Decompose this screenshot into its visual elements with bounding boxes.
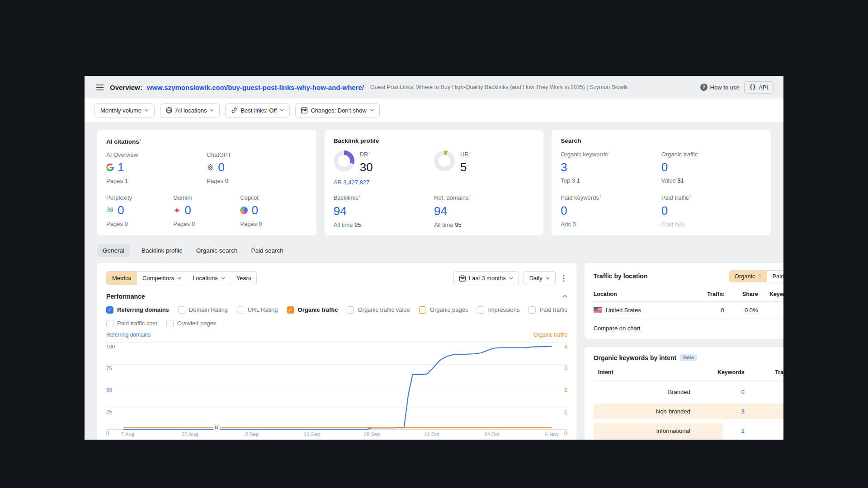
- intent-keywords-link[interactable]: 2: [741, 427, 744, 434]
- metric-checkbox-organic-pages[interactable]: Organic pages: [419, 306, 468, 314]
- target-url-link[interactable]: www.szymonslowik.com/buy-guest-post-link…: [147, 84, 364, 91]
- segment-metrics[interactable]: Metrics: [107, 272, 137, 285]
- metric-value[interactable]: 0: [661, 160, 668, 174]
- backlinks-value[interactable]: 94: [334, 204, 347, 218]
- chevron-down-icon: [546, 277, 550, 280]
- overview-tabs: GeneralBacklink profileOrganic searchPai…: [85, 235, 783, 257]
- ai-citations-card: AI citationsi AI Overview 1 Pages 1 Chat…: [97, 130, 316, 235]
- filter-changes-don-t-show[interactable]: Changes: Don't show: [295, 103, 379, 117]
- info-icon: i: [140, 137, 142, 142]
- chevron-down-icon: [177, 277, 181, 280]
- card-title: Organic keywords by intentBeta: [594, 354, 783, 361]
- metric-sub-value[interactable]: 1: [124, 178, 127, 184]
- right-axis-series-label: Organic traffic: [533, 332, 567, 340]
- metric-value[interactable]: 3: [561, 160, 567, 174]
- ref-domains-value[interactable]: 94: [434, 204, 447, 218]
- x-tick: 6 Nov: [545, 432, 559, 437]
- beta-badge: Beta: [680, 354, 697, 361]
- intent-row-branded[interactable]: Branded 0 0: [594, 384, 783, 400]
- how-to-use-button[interactable]: ? How to use: [700, 84, 740, 91]
- location-row-united-states[interactable]: United States 0 0.0% 3: [594, 302, 783, 319]
- chevron-down-icon: [210, 109, 214, 112]
- toggle-paid[interactable]: Paid0: [767, 271, 783, 282]
- metric-checkbox-referring-domains[interactable]: ✓ Referring domains: [106, 306, 169, 314]
- metric-value[interactable]: 1: [118, 160, 124, 174]
- collapse-chevron-icon[interactable]: [562, 295, 567, 298]
- ahrefs-rank-value[interactable]: 3,427,827: [343, 179, 369, 186]
- checkbox-icon: [347, 306, 354, 314]
- checkbox-icon: ✓: [106, 306, 113, 314]
- left-axis-series-label: Referring domains: [106, 332, 151, 340]
- metric-checkbox-paid-traffic-cost[interactable]: Paid traffic cost: [106, 320, 157, 327]
- x-tick: 20 Aug: [182, 432, 198, 437]
- segment-locations[interactable]: Locations: [187, 272, 231, 285]
- section-title: Performance: [106, 293, 145, 300]
- url-rating-block: URi 5: [434, 150, 534, 174]
- y-tick-right: 0: [564, 431, 567, 436]
- chevron-down-icon: [370, 109, 374, 112]
- calendar-icon: [301, 107, 307, 113]
- date-range-button[interactable]: Last 3 months: [453, 271, 519, 285]
- metric-value[interactable]: 0: [661, 204, 668, 218]
- filter-monthly-volume[interactable]: Monthly volume: [94, 103, 155, 117]
- y-tick-left: 50: [106, 387, 112, 393]
- metric-value[interactable]: 0: [561, 204, 567, 218]
- keywords-by-intent-card: Organic keywords by intentBeta Intent Ke…: [585, 347, 783, 440]
- metric-checkbox-domain-rating[interactable]: Domain Rating: [178, 306, 228, 314]
- intent-row-informational[interactable]: Informational 2 0: [594, 423, 783, 439]
- chart-series-area[interactable]: G: [123, 343, 552, 429]
- y-tick-left: 0: [106, 431, 109, 436]
- traffic-by-location-card: Traffic by location Organic1Paid0 Locati…: [585, 263, 783, 339]
- metric-checkbox-impressions[interactable]: Impressions: [477, 306, 519, 314]
- more-options-icon[interactable]: [560, 273, 567, 284]
- metric-sub-value[interactable]: 0: [192, 221, 195, 227]
- checkbox-icon: ✓: [287, 306, 294, 314]
- metric-value[interactable]: 0: [218, 160, 224, 174]
- checkbox-icon: [237, 306, 244, 314]
- metric-sub-value[interactable]: 0: [259, 221, 262, 227]
- api-button[interactable]: {} API: [744, 81, 774, 94]
- metric-sub-value[interactable]: 0: [572, 221, 576, 228]
- globe-icon: [166, 107, 172, 113]
- metric-organic-keywords: Organic keywordsi 3 Top 3 1: [561, 150, 661, 184]
- organic-paid-toggle: Organic1Paid0: [729, 270, 783, 282]
- metric-sub-value[interactable]: 0: [124, 221, 127, 227]
- intent-keywords-link[interactable]: 3: [741, 408, 744, 415]
- page-title-prefix: Overview:: [110, 84, 142, 91]
- metric-checkbox-organic-traffic-value[interactable]: Organic traffic value: [347, 306, 410, 314]
- chart-x-axis: 7 Aug20 Aug2 Sep15 Sep28 Sep11 Oct24 Oct…: [123, 430, 552, 438]
- gemini-icon: [173, 206, 181, 214]
- metric-checkbox-paid-traffic[interactable]: Paid traffic: [528, 306, 567, 314]
- metric-value[interactable]: 0: [184, 203, 191, 217]
- intent-row-non-branded[interactable]: Non-branded 3 0: [594, 404, 783, 419]
- compare-on-chart-link[interactable]: Compare on chart: [594, 319, 641, 332]
- filter-best-links-off[interactable]: Best links: Off: [225, 103, 290, 117]
- metric-value[interactable]: 0: [251, 203, 258, 217]
- info-icon: i: [690, 194, 691, 198]
- y-tick-left: 25: [106, 409, 112, 414]
- metric-value[interactable]: 0: [118, 203, 124, 217]
- toggle-organic[interactable]: Organic1: [729, 271, 767, 282]
- filter-all-locations[interactable]: All locations: [160, 103, 220, 117]
- tab-organic-search[interactable]: Organic search: [194, 244, 240, 257]
- segment-competitors[interactable]: Competitors: [137, 272, 187, 285]
- segment-years[interactable]: Years: [231, 272, 257, 285]
- metric-paid-traffic: Paid traffici 0 Cost N/A: [661, 194, 762, 227]
- y-tick-right: 3: [564, 366, 567, 371]
- site-explorer-app: Overview: www.szymonslowik.com/buy-guest…: [85, 76, 783, 440]
- metric-checkbox-url-rating[interactable]: URL Rating: [237, 306, 278, 314]
- granularity-button[interactable]: Daily: [524, 271, 556, 285]
- backlink-profile-card: Backlink profile DRi 30 URi 5: [325, 130, 544, 235]
- info-icon: i: [600, 194, 601, 198]
- metric-sub-value[interactable]: 0: [225, 178, 228, 184]
- menu-icon[interactable]: [94, 83, 105, 92]
- metric-checkbox-crawled-pages[interactable]: Crawled pages: [166, 320, 217, 327]
- tab-general[interactable]: General: [97, 244, 130, 257]
- chatgpt-icon: [207, 164, 214, 171]
- metric-checkbox-organic-traffic[interactable]: ✓ Organic traffic: [287, 306, 338, 314]
- tab-paid-search[interactable]: Paid search: [249, 244, 285, 257]
- search-card: Search Organic keywordsi 3 Top 3 1 Organ…: [552, 130, 771, 235]
- intent-keywords-link[interactable]: 0: [741, 389, 744, 395]
- domain-rating-block: DRi 30: [334, 150, 434, 174]
- tab-backlink-profile[interactable]: Backlink profile: [140, 244, 184, 257]
